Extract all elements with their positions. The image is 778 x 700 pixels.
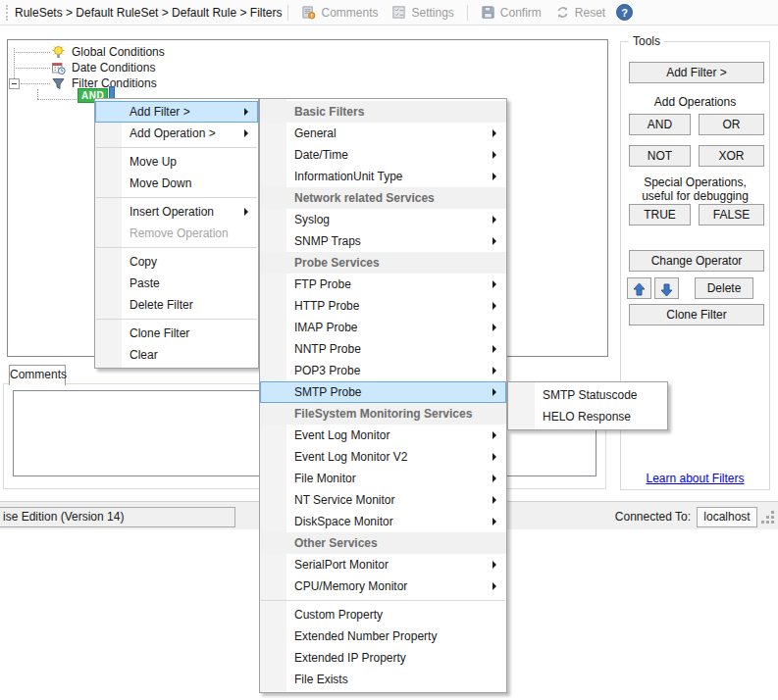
- or-button[interactable]: OR: [699, 114, 764, 135]
- menu-item-label: NNTP Probe: [294, 342, 361, 356]
- change-operator-button[interactable]: Change Operator: [629, 250, 764, 272]
- edition-status: ise Edition (Version 14): [0, 507, 235, 527]
- menu-item-extended-ip-property[interactable]: Extended IP Property: [260, 647, 506, 669]
- tree-item-global-conditions[interactable]: Global Conditions: [51, 44, 165, 60]
- submenu-arrow-icon: [493, 302, 496, 310]
- true-button[interactable]: TRUE: [629, 204, 691, 225]
- submenu-arrow-icon: [493, 237, 496, 245]
- menu-item-general[interactable]: General: [260, 123, 506, 144]
- context-menu: Add Filter > Add Operation > Move Up Mov…: [94, 98, 259, 369]
- submenu-arrow-icon: [493, 496, 496, 504]
- menu-item-http-probe[interactable]: HTTP Probe: [260, 295, 506, 317]
- menu-item-label: NT Service Monitor: [294, 493, 394, 507]
- menu-item-syslog[interactable]: Syslog: [260, 209, 506, 230]
- tree-line: [37, 99, 77, 100]
- submenu-arrow-icon: [493, 475, 496, 482]
- menu-item-label: SMTP Statuscode: [543, 388, 638, 402]
- menu-item-move-up[interactable]: Move Up: [95, 151, 258, 173]
- tree-line: [14, 68, 50, 69]
- submenu-arrow-icon: [493, 280, 496, 288]
- tree-line: [37, 89, 38, 99]
- save-icon: [481, 5, 495, 20]
- menu-item-label: Insert Operation: [130, 205, 214, 219]
- learn-about-filters-link[interactable]: Learn about Filters: [621, 472, 769, 485]
- menu-item-label: Extended IP Property: [294, 651, 406, 665]
- menu-item-event-log-monitor-v2[interactable]: Event Log Monitor V2: [260, 446, 506, 468]
- menu-item-label: File Monitor: [294, 472, 356, 485]
- menu-item-label: Add Filter >: [130, 105, 190, 119]
- clone-filter-button[interactable]: Clone Filter: [629, 304, 764, 325]
- menu-item-cpu-memory-monitor[interactable]: CPU/Memory Monitor: [260, 575, 506, 597]
- menu-item-copy[interactable]: Copy: [95, 251, 258, 273]
- smtp-probe-submenu: SMTP Statuscode HELO Response: [507, 381, 668, 430]
- calendar-clock-icon: [51, 61, 66, 75]
- connected-host-field[interactable]: localhost: [697, 507, 757, 527]
- false-button[interactable]: FALSE: [699, 204, 764, 225]
- reset-button[interactable]: Reset: [548, 1, 612, 25]
- menu-item-pop3-probe[interactable]: POP3 Probe: [260, 360, 506, 381]
- menu-item-label: CPU/Memory Monitor: [294, 579, 407, 593]
- menu-item-add-filter[interactable]: Add Filter >: [95, 101, 258, 123]
- special-operations-label-line2: useful for debugging: [621, 189, 769, 203]
- settings-button-label: Settings: [411, 6, 453, 20]
- add-filter-button[interactable]: Add Filter >: [629, 62, 764, 83]
- menu-item-extended-number-property[interactable]: Extended Number Property: [260, 625, 506, 647]
- menu-item-label: InformationUnit Type: [294, 170, 403, 183]
- menu-item-label: DiskSpace Monitor: [294, 515, 393, 528]
- menu-header-other-services: Other Services: [260, 532, 506, 554]
- confirm-button[interactable]: Confirm: [474, 1, 548, 25]
- add-filter-submenu: Basic Filters General Date/Time Informat…: [259, 98, 507, 693]
- and-button[interactable]: AND: [629, 114, 691, 135]
- menu-item-snmp-traps[interactable]: SNMP Traps: [260, 230, 506, 252]
- menu-header-label: Other Services: [294, 536, 378, 550]
- move-down-button[interactable]: [654, 277, 679, 299]
- resize-grip[interactable]: [760, 511, 774, 525]
- menu-item-clear[interactable]: Clear: [95, 344, 258, 366]
- help-icon[interactable]: ?: [616, 4, 633, 21]
- menu-item-helo-response[interactable]: HELO Response: [508, 406, 667, 427]
- menu-item-ftp-probe[interactable]: FTP Probe: [260, 274, 506, 295]
- menu-item-nntp-probe[interactable]: NNTP Probe: [260, 338, 506, 360]
- tree-item-date-conditions[interactable]: Date Conditions: [51, 60, 155, 75]
- menu-header-probe-services: Probe Services: [260, 252, 506, 274]
- toolbar-grip-handle[interactable]: [6, 5, 9, 21]
- arrow-up-icon: [628, 282, 650, 297]
- menu-item-move-down[interactable]: Move Down: [95, 173, 258, 194]
- menu-item-paste[interactable]: Paste: [95, 273, 258, 294]
- menu-item-label: HTTP Probe: [294, 299, 359, 313]
- menu-item-file-exists[interactable]: File Exists: [260, 669, 506, 690]
- tree-line: [21, 83, 50, 84]
- tab-comments[interactable]: Comments: [9, 365, 66, 385]
- menu-item-smtp-probe[interactable]: SMTP Probe: [260, 381, 506, 403]
- menu-item-insert-operation[interactable]: Insert Operation: [95, 201, 258, 223]
- menu-item-diskspace-monitor[interactable]: DiskSpace Monitor: [260, 511, 506, 532]
- submenu-arrow-icon: [493, 582, 496, 590]
- menu-item-smtp-statuscode[interactable]: SMTP Statuscode: [508, 384, 667, 406]
- menu-item-nt-service-monitor[interactable]: NT Service Monitor: [260, 489, 506, 511]
- move-up-button[interactable]: [627, 277, 651, 299]
- menu-item-add-operation[interactable]: Add Operation >: [95, 123, 258, 144]
- menu-item-custom-property[interactable]: Custom Property: [260, 604, 506, 625]
- menu-item-imap-probe[interactable]: IMAP Probe: [260, 317, 506, 338]
- comments-button[interactable]: Comments: [294, 1, 385, 25]
- menu-item-delete-filter[interactable]: Delete Filter: [95, 294, 258, 316]
- tree-expander-collapse[interactable]: [9, 78, 20, 89]
- menu-item-label: Delete Filter: [130, 298, 193, 312]
- menu-item-label: SerialPort Monitor: [294, 558, 389, 572]
- arrow-down-icon: [655, 282, 678, 297]
- confirm-button-label: Confirm: [500, 6, 542, 20]
- submenu-arrow-icon: [493, 367, 496, 375]
- not-button[interactable]: NOT: [629, 145, 691, 167]
- menu-item-serialport-monitor[interactable]: SerialPort Monitor: [260, 554, 506, 575]
- menu-item-file-monitor[interactable]: File Monitor: [260, 468, 506, 489]
- menu-item-informationunit-type[interactable]: InformationUnit Type: [260, 166, 506, 187]
- menu-item-clone-filter[interactable]: Clone Filter: [95, 323, 258, 344]
- settings-button[interactable]: Settings: [385, 1, 460, 25]
- special-operations-label: Special Operations, useful for debugging: [621, 175, 769, 203]
- xor-button[interactable]: XOR: [699, 145, 764, 167]
- menu-item-remove-operation: Remove Operation: [95, 223, 258, 244]
- menu-item-event-log-monitor[interactable]: Event Log Monitor: [260, 425, 506, 446]
- menu-item-date-time[interactable]: Date/Time: [260, 144, 506, 166]
- menu-separator: [96, 197, 257, 198]
- delete-button[interactable]: Delete: [695, 277, 753, 299]
